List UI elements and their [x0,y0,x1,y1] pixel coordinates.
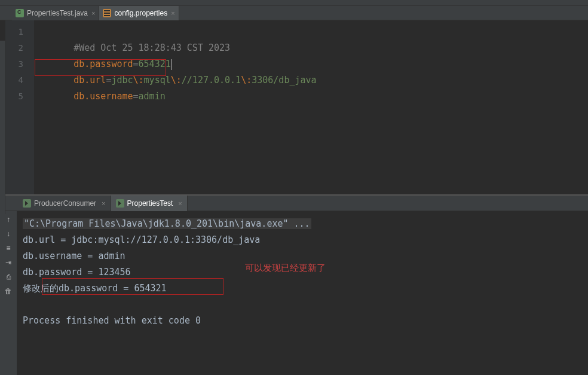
console-panel: ProducerConsumer × PropertiesTest × ↑ ↓ … [0,196,588,375]
close-icon[interactable]: × [91,10,95,17]
wrap-icon[interactable]: ≡ [4,243,13,253]
output-path: "C:\Program Files\Java\jdk1.8.0_201\bin\… [23,218,311,229]
line-number: 5 [5,89,34,105]
code-line: db.username=admin [34,72,588,89]
output-line: db.url = jdbc:mysql://127.0.0.1:3306/db_… [23,232,582,248]
print-icon[interactable]: ⎙ [4,272,13,282]
console-toolbar: ↑ ↓ ≡ ⇥ ⎙ 🗑 [0,211,17,375]
tab-config-properties[interactable]: config.properties × [99,6,179,20]
run-icon [116,199,124,208]
java-class-icon [16,9,24,17]
close-icon[interactable]: × [100,200,105,207]
code-area[interactable]: #Wed Oct 25 18:28:43 CST 2023 db.passwor… [34,20,588,194]
console-body: ↑ ↓ ≡ ⇥ ⎙ 🗑 "C:\Program Files\Java\jdk1.… [0,211,588,375]
close-icon[interactable]: × [171,10,174,17]
trash-icon[interactable]: 🗑 [4,286,13,296]
line-number: 1 [5,24,34,40]
code-line: db.url=jdbc\:mysql\://127.0.0.1\:3306/db… [34,56,588,72]
code-line [34,89,588,105]
tab-propertiestest-java[interactable]: PropertiesTest.java × [12,6,99,20]
tab-label: ProducerConsumer [34,199,96,208]
console-tab-propertiestest[interactable]: PropertiesTest × [111,196,188,211]
output-line [23,297,582,313]
line-number: 3 [5,56,34,72]
code-line: #Wed Oct 25 18:28:43 CST 2023 [34,24,588,40]
output-line: Process finished with exit code 0 [23,313,582,329]
code-line: db.password=654321 [34,40,588,56]
down-icon[interactable]: ↓ [4,229,13,239]
left-sidebar [0,41,5,214]
tab-label: PropertiesTest [127,199,173,208]
tab-label: PropertiesTest.java [27,9,88,17]
editor-tab-bar: PropertiesTest.java × config.properties … [0,6,588,20]
editor-area[interactable]: 1 2 3 4 5 #Wed Oct 25 18:28:43 CST 2023 … [0,20,588,194]
console-tab-bar: ProducerConsumer × PropertiesTest × [0,196,588,211]
line-number: 2 [5,40,34,56]
output-line: 修改后的db.password = 654321 [23,281,582,297]
line-number: 4 [5,72,34,89]
console-tab-producerconsumer[interactable]: ProducerConsumer × [18,196,111,211]
scroll-icon[interactable]: ⇥ [4,258,13,267]
annotation-text: 可以发现已经更新了 [245,263,326,274]
line-gutter: 1 2 3 4 5 [5,20,34,194]
tab-label: config.properties [114,9,167,17]
close-icon[interactable]: × [176,200,182,207]
output-line: "C:\Program Files\Java\jdk1.8.0_201\bin\… [23,216,582,232]
run-icon [23,199,31,208]
output-line: db.username = admin [23,248,582,264]
top-toolbar [0,0,588,6]
properties-file-icon [103,9,111,17]
up-icon[interactable]: ↑ [4,215,13,224]
console-output[interactable]: "C:\Program Files\Java\jdk1.8.0_201\bin\… [17,211,588,375]
